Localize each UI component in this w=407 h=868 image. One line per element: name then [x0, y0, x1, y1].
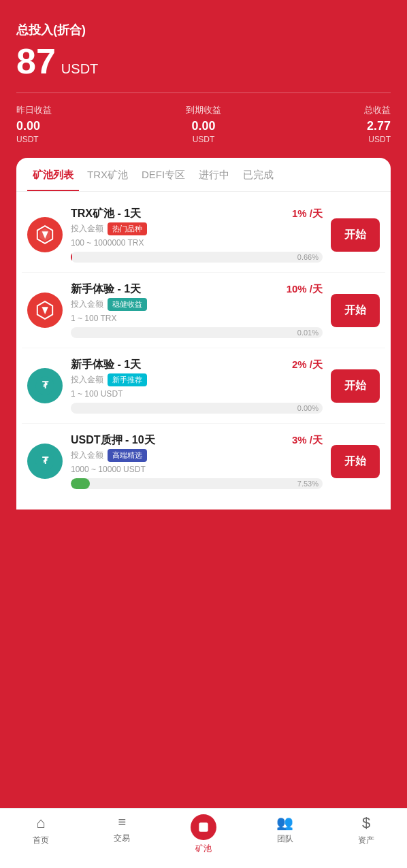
- pool-icon-usdt-4: ₮: [27, 444, 63, 479]
- main-card: 矿池列表 TRX矿池 DEFI专区 进行中 已完成: [16, 158, 391, 510]
- pool-rate-2: 10% /天: [287, 283, 323, 296]
- stat-yesterday-label: 昨日收益: [16, 104, 141, 116]
- pool-invest-label-2: 投入金额: [71, 299, 103, 310]
- pool-list: TRX矿池 - 1天 1% /天 投入金额 热门品种 100 ~ 1000000…: [16, 197, 391, 499]
- pool-progress-2: 0.01%: [71, 327, 323, 338]
- pool-progress-4: 7.53%: [71, 478, 323, 489]
- nav-team[interactable]: 👥 团队: [244, 814, 326, 854]
- total-unit: USDT: [61, 61, 98, 77]
- pool-name-row-1: TRX矿池 - 1天 1% /天: [71, 207, 323, 221]
- pool-name-row-2: 新手体验 - 1天 10% /天: [71, 282, 323, 297]
- pool-name-1: TRX矿池 - 1天: [71, 207, 141, 221]
- bottom-nav: ⌂ 首页 ≡ 交易 矿池 👥 团队 $ 资产: [0, 808, 407, 868]
- nav-mine-label: 矿池: [195, 843, 212, 854]
- pool-invest-row-4: 投入金额 高端精选: [71, 449, 323, 462]
- nav-mine[interactable]: 矿池: [163, 814, 244, 854]
- tab-pool-list[interactable]: 矿池列表: [27, 169, 79, 191]
- stat-total: 总收益 2.77 USDT: [266, 104, 391, 144]
- stat-expiry-unit: USDT: [141, 135, 265, 144]
- pool-progress-text-3: 0.00%: [297, 404, 319, 412]
- pool-rate-3: 2% /天: [292, 358, 323, 371]
- stat-yesterday-value: 0.00: [16, 119, 141, 133]
- pool-item: TRX矿池 - 1天 1% /天 投入金额 热门品种 100 ~ 1000000…: [22, 197, 385, 273]
- trade-icon: ≡: [118, 814, 127, 830]
- header: 总投入(折合) 87 USDT 昨日收益 0.00 USDT 到期收益 0.00…: [0, 0, 407, 158]
- pool-badge-3: 新手推荐: [108, 373, 147, 386]
- pool-rate-4: 3% /天: [292, 434, 323, 447]
- pool-invest-row-3: 投入金额 新手推荐: [71, 373, 323, 386]
- pool-icon-trx: [27, 217, 63, 252]
- stat-expiry-label: 到期收益: [141, 104, 265, 116]
- nav-assets-label: 资产: [358, 835, 374, 846]
- pool-icon-usdt-3: ₮: [27, 368, 63, 403]
- pool-item-4: ₮ USDT质押 - 10天 3% /天 投入金额 高端精选 1000 ~ 10…: [22, 424, 385, 499]
- nav-assets[interactable]: $ 资产: [325, 814, 407, 854]
- pool-info-3: 新手体验 - 1天 2% /天 投入金额 新手推荐 1 ~ 100 USDT 0…: [71, 358, 323, 414]
- pool-item-3: ₮ 新手体验 - 1天 2% /天 投入金额 新手推荐 1 ~ 100 USDT: [22, 348, 385, 424]
- pool-badge-1: 热门品种: [108, 222, 147, 235]
- pool-invest-row-1: 投入金额 热门品种: [71, 222, 323, 235]
- pool-invest-label-1: 投入金额: [71, 223, 103, 235]
- pool-name-2: 新手体验 - 1天: [71, 282, 141, 297]
- pool-progress-text-2: 0.01%: [297, 329, 319, 337]
- team-icon: 👥: [276, 814, 293, 831]
- header-title: 总投入(折合): [16, 22, 391, 38]
- home-icon: ⌂: [36, 814, 45, 832]
- pool-invest-label-3: 投入金额: [71, 374, 103, 386]
- pool-name-row-3: 新手体验 - 1天 2% /天: [71, 358, 323, 372]
- pool-icon-trx-2: [27, 293, 63, 328]
- stat-total-label: 总收益: [266, 104, 391, 116]
- pool-info-4: USDT质押 - 10天 3% /天 投入金额 高端精选 1000 ~ 1000…: [71, 433, 323, 489]
- pool-range-1: 100 ~ 1000000 TRX: [71, 238, 323, 248]
- pool-item-2: 新手体验 - 1天 10% /天 投入金额 稳健收益 1 ~ 100 TRX 0…: [22, 273, 385, 348]
- svg-text:₮: ₮: [42, 455, 49, 466]
- pool-badge-4: 高端精选: [108, 449, 147, 462]
- tabs: 矿池列表 TRX矿池 DEFI专区 进行中 已完成: [16, 158, 391, 192]
- nav-team-label: 团队: [277, 833, 293, 845]
- pool-invest-label-4: 投入金额: [71, 450, 103, 461]
- stat-expiry-value: 0.00: [141, 119, 265, 133]
- nav-home[interactable]: ⌂ 首页: [0, 814, 82, 854]
- stat-total-unit: USDT: [266, 135, 391, 144]
- pool-rate-1: 1% /天: [292, 207, 323, 220]
- nav-home-label: 首页: [33, 835, 49, 846]
- stats-row: 昨日收益 0.00 USDT 到期收益 0.00 USDT 总收益 2.77 U…: [16, 93, 391, 144]
- tab-trx-pool[interactable]: TRX矿池: [82, 169, 133, 191]
- pool-info-1: TRX矿池 - 1天 1% /天 投入金额 热门品种 100 ~ 1000000…: [71, 207, 323, 263]
- pool-range-4: 1000 ~ 10000 USDT: [71, 465, 323, 474]
- svg-text:₮: ₮: [42, 380, 49, 390]
- pool-progress-text-1: 0.66%: [297, 253, 319, 261]
- pool-badge-2: 稳健收益: [108, 298, 147, 311]
- pool-start-btn-2[interactable]: 开始: [331, 294, 380, 327]
- pool-name-4: USDT质押 - 10天: [71, 433, 155, 448]
- pool-range-2: 1 ~ 100 TRX: [71, 314, 323, 323]
- pool-info-2: 新手体验 - 1天 10% /天 投入金额 稳健收益 1 ~ 100 TRX 0…: [71, 282, 323, 338]
- pool-name-3: 新手体验 - 1天: [71, 358, 141, 372]
- stat-total-value: 2.77: [266, 119, 391, 133]
- assets-icon: $: [362, 814, 370, 832]
- header-amount-row: 87 USDT: [16, 44, 391, 79]
- stat-yesterday: 昨日收益 0.00 USDT: [16, 104, 141, 144]
- stat-expiry: 到期收益 0.00 USDT: [141, 104, 265, 144]
- total-amount: 87: [16, 44, 56, 79]
- pool-progress-text-4: 7.53%: [297, 480, 319, 488]
- pool-start-btn-4[interactable]: 开始: [331, 445, 380, 478]
- pool-progress-1: 0.66%: [71, 252, 323, 263]
- pool-progress-bar-1: [71, 252, 72, 263]
- stat-yesterday-unit: USDT: [16, 135, 141, 144]
- pool-name-row-4: USDT质押 - 10天 3% /天: [71, 433, 323, 448]
- pool-start-btn-3[interactable]: 开始: [331, 369, 380, 403]
- pool-start-btn-1[interactable]: 开始: [331, 218, 380, 252]
- mine-icon: [191, 814, 216, 840]
- pool-invest-row-2: 投入金额 稳健收益: [71, 298, 323, 311]
- pool-progress-bar-4: [71, 478, 90, 489]
- empty-area: [0, 659, 407, 809]
- tab-completed[interactable]: 已完成: [238, 169, 279, 191]
- card-wrapper: 矿池列表 TRX矿池 DEFI专区 进行中 已完成: [0, 158, 407, 659]
- nav-trade-label: 交易: [114, 833, 130, 844]
- nav-trade[interactable]: ≡ 交易: [82, 814, 163, 854]
- tab-in-progress[interactable]: 进行中: [193, 169, 235, 191]
- pool-progress-3: 0.00%: [71, 403, 323, 414]
- tab-defi[interactable]: DEFI专区: [136, 169, 191, 191]
- svg-rect-9: [199, 822, 208, 831]
